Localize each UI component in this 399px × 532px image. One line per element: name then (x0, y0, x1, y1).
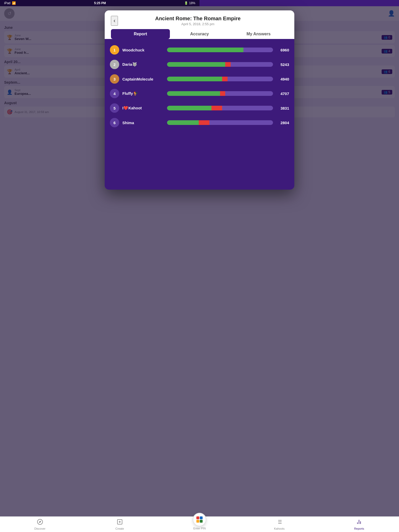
wifi-icon: 📶 (12, 1, 16, 5)
player-name-1: Woodchuck (122, 48, 164, 52)
modal-title-area: Ancient Rome: The Roman Empire April 5, … (118, 16, 200, 26)
green-bar-4 (167, 91, 200, 96)
device-label: iPad (4, 1, 10, 5)
leaderboard-row-3: 3CaptainMolecule4940 (110, 74, 200, 84)
modal-nav: ‹ Ancient Rome: The Roman Empire April 5… (111, 16, 200, 26)
green-bar-3 (167, 77, 200, 81)
green-bar-6 (167, 120, 199, 125)
status-right: 🔋 18% (184, 1, 195, 5)
leaderboard-row-5: 5I❤️Kahoot3831 (110, 103, 200, 113)
player-name-3: CaptainMolecule (122, 77, 164, 81)
rank-badge-3: 3 (110, 74, 119, 84)
score-bar-1 (167, 48, 200, 52)
modal-title: Ancient Rome: The Roman Empire (118, 16, 200, 22)
score-bar-5 (167, 106, 200, 110)
modal-tabs: Report Accuracy My Answers (111, 29, 200, 39)
score-bar-3 (167, 77, 200, 81)
rank-badge-2: 2 (110, 60, 119, 69)
player-name-2: Daria🐺 (122, 62, 164, 67)
tab-accuracy[interactable]: Accuracy (170, 29, 200, 39)
modal-header: ‹ Ancient Rome: The Roman Empire April 5… (105, 10, 200, 39)
status-left: iPad 📶 (4, 1, 16, 5)
rank-badge-5: 5 (110, 103, 119, 113)
green-bar-2 (167, 62, 200, 67)
rank-badge-6: 6 (110, 118, 119, 127)
player-name-4: Fluffy🐓 (122, 91, 164, 96)
modal: ‹ Ancient Rome: The Roman Empire April 5… (105, 10, 200, 190)
player-name-5: I❤️Kahoot (122, 106, 164, 110)
tab-report[interactable]: Report (111, 29, 170, 39)
score-bar-4 (167, 91, 200, 96)
leaderboard-row-2: 2Daria🐺5243 (110, 60, 200, 69)
back-button[interactable]: ‹ (111, 16, 118, 26)
leaderboard-row-1: 1Woodchuck6960 (110, 45, 200, 55)
score-bar-6 (167, 120, 200, 125)
red-bar-6 (199, 120, 200, 125)
leaderboard-row-4: 4Fluffy🐓4707 (110, 89, 200, 98)
score-bar-2 (167, 62, 200, 67)
modal-subtitle: April 5, 2018, 2:55 pm (118, 22, 200, 26)
battery-icon: 🔋 (184, 1, 188, 5)
status-bar: iPad 📶 5:25 PM 🔋 18% (0, 0, 200, 6)
rank-badge-4: 4 (110, 89, 119, 98)
green-bar-5 (167, 106, 200, 110)
player-name-6: Shima (122, 121, 164, 125)
status-time: 5:25 PM (94, 1, 106, 5)
battery-label: 18% (189, 1, 195, 5)
leaderboard-row-6: 6Shima2804 (110, 118, 200, 127)
rank-badge-1: 1 (110, 45, 119, 55)
modal-body: 1Woodchuck69602Daria🐺52433CaptainMolecul… (105, 39, 200, 190)
green-bar-1 (167, 48, 200, 52)
